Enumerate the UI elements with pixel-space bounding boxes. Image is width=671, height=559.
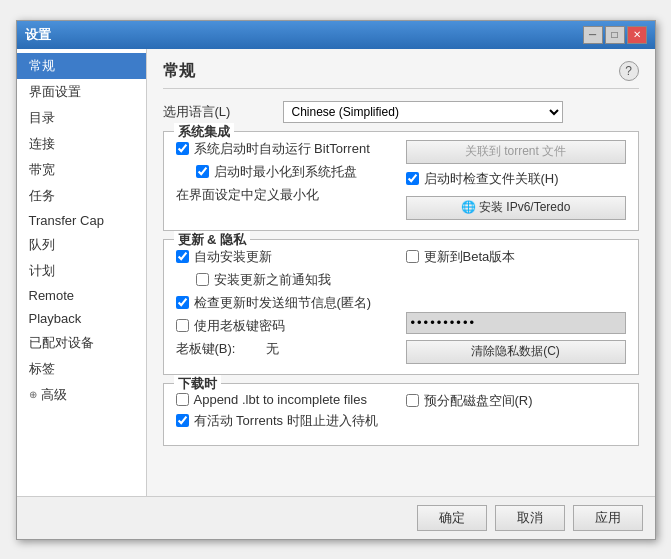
boss-key-value: 无 [266,340,279,358]
password-input[interactable] [406,312,626,334]
sidebar-item-connection[interactable]: 连接 [17,131,146,157]
send-detail-label: 检查更新时发送细节信息(匿名) [194,294,372,312]
sidebar-item-bandwidth[interactable]: 带宽 [17,157,146,183]
language-label: 选用语言(L) [163,103,283,121]
section-title: 常规 [163,61,195,82]
auto-update-checkbox[interactable] [176,250,189,263]
prevent-sleep-checkbox[interactable] [176,414,189,427]
sidebar-item-queue[interactable]: 队列 [17,232,146,258]
help-button[interactable]: ? [619,61,639,81]
file-assoc-row: 启动时检查文件关联(H) [406,170,626,188]
send-detail-row: 检查更新时发送细节信息(匿名) [176,294,396,312]
sidebar-item-schedule[interactable]: 计划 [17,258,146,284]
download-label: 下载时 [174,375,221,393]
download-right-col: 预分配磁盘空间(R) [406,392,626,435]
sidebar-item-advanced-label: 高级 [41,386,67,404]
minimize-define-label: 在界面设定中定义最小化 [176,186,396,204]
apply-button[interactable]: 应用 [573,505,643,531]
beta-label: 更新到Beta版本 [424,248,516,266]
expand-icon: ⊕ [29,389,37,400]
download-left-col: Append .lbt to incomplete files 有活动 Torr… [176,392,396,435]
settings-window: 设置 ─ □ ✕ 常规 界面设置 目录 连接 带宽 任务 Transfer Ca… [16,20,656,540]
auto-update-row: 自动安装更新 [176,248,396,266]
minimize-tray-label: 启动时最小化到系统托盘 [214,163,357,181]
download-group: 下载时 Append .lbt to incomplete files 有活动 … [163,383,639,446]
append-lbt-label: Append .lbt to incomplete files [194,392,367,407]
sidebar-item-advanced[interactable]: ⊕ 高级 [17,382,146,408]
update-privacy-label: 更新 & 隐私 [174,231,251,249]
minimize-tray-checkbox[interactable] [196,165,209,178]
system-integration-label: 系统集成 [174,123,234,141]
append-lbt-checkbox[interactable] [176,393,189,406]
sidebar-item-transfer-cap[interactable]: Transfer Cap [17,209,146,232]
sidebar: 常规 界面设置 目录 连接 带宽 任务 Transfer Cap 队列 计划 R… [17,49,147,496]
minimize-button[interactable]: ─ [583,26,603,44]
title-bar: 设置 ─ □ ✕ [17,21,655,49]
auto-start-row: 系统启动时自动运行 BitTorrent [176,140,396,158]
sidebar-item-general[interactable]: 常规 [17,53,146,79]
beta-checkbox[interactable] [406,250,419,263]
ipv6-button[interactable]: 🌐 安装 IPv6/Teredo [406,196,626,220]
maximize-button[interactable]: □ [605,26,625,44]
prealloc-checkbox[interactable] [406,394,419,407]
download-cols: Append .lbt to incomplete files 有活动 Torr… [176,392,626,435]
sidebar-item-remote[interactable]: Remote [17,284,146,307]
sidebar-item-labels[interactable]: 标签 [17,356,146,382]
minimize-tray-row: 启动时最小化到系统托盘 [196,163,396,181]
update-privacy-group: 更新 & 隐私 自动安装更新 安装更新之前通知我 [163,239,639,375]
sidebar-item-ui[interactable]: 界面设置 [17,79,146,105]
update-privacy-cols: 自动安装更新 安装更新之前通知我 检查更新时发送细节信息(匿名) 使用 [176,248,626,364]
language-select-wrapper: Chinese (Simplified) English Japanese Ko… [283,101,563,123]
send-detail-checkbox[interactable] [176,296,189,309]
prevent-sleep-label: 有活动 Torrents 时阻止进入待机 [194,412,378,430]
update-right-col: 更新到Beta版本 清除隐私数据(C) [406,248,626,364]
close-button[interactable]: ✕ [627,26,647,44]
sidebar-item-paired-devices[interactable]: 已配对设备 [17,330,146,356]
auto-start-label: 系统启动时自动运行 BitTorrent [194,140,370,158]
password-row [406,312,626,334]
notify-before-label: 安装更新之前通知我 [214,271,331,289]
beta-row: 更新到Beta版本 [406,248,626,266]
sys-right-col: 关联到 torrent 文件 启动时检查文件关联(H) 🌐 安装 IPv6/Te… [406,140,626,220]
system-integration-cols: 系统启动时自动运行 BitTorrent 启动时最小化到系统托盘 在界面设定中定… [176,140,626,220]
sys-left-col: 系统启动时自动运行 BitTorrent 启动时最小化到系统托盘 在界面设定中定… [176,140,396,220]
sidebar-item-directory[interactable]: 目录 [17,105,146,131]
auto-update-label: 自动安装更新 [194,248,272,266]
sidebar-item-tasks[interactable]: 任务 [17,183,146,209]
window-title: 设置 [25,26,51,44]
cancel-button[interactable]: 取消 [495,505,565,531]
keyboard-pwd-row: 使用老板键密码 [176,317,396,335]
title-bar-controls: ─ □ ✕ [583,26,647,44]
prealloc-row: 预分配磁盘空间(R) [406,392,626,410]
file-assoc-checkbox[interactable] [406,172,419,185]
clear-private-button[interactable]: 清除隐私数据(C) [406,340,626,364]
associate-torrent-button[interactable]: 关联到 torrent 文件 [406,140,626,164]
notify-before-row: 安装更新之前通知我 [196,271,396,289]
notify-before-checkbox[interactable] [196,273,209,286]
prevent-sleep-row: 有活动 Torrents 时阻止进入待机 [176,412,396,430]
auto-start-checkbox[interactable] [176,142,189,155]
prealloc-label: 预分配磁盘空间(R) [424,392,533,410]
language-row: 选用语言(L) Chinese (Simplified) English Jap… [163,101,639,123]
footer: 确定 取消 应用 [17,496,655,539]
sidebar-item-playback[interactable]: Playback [17,307,146,330]
main-content: 常规 ? 选用语言(L) Chinese (Simplified) Englis… [147,49,655,496]
language-select[interactable]: Chinese (Simplified) English Japanese Ko… [283,101,563,123]
window-body: 常规 界面设置 目录 连接 带宽 任务 Transfer Cap 队列 计划 R… [17,49,655,496]
boss-key-row: 老板键(B): 无 [176,340,396,358]
boss-key-label: 老板键(B): [176,340,266,358]
keyboard-pwd-checkbox[interactable] [176,319,189,332]
section-header: 常规 ? [163,61,639,89]
system-integration-group: 系统集成 系统启动时自动运行 BitTorrent 启动时最小化到系统托盘 在界… [163,131,639,231]
append-lbt-row: Append .lbt to incomplete files [176,392,396,407]
file-assoc-label: 启动时检查文件关联(H) [424,170,559,188]
keyboard-pwd-label: 使用老板键密码 [194,317,285,335]
update-left-col: 自动安装更新 安装更新之前通知我 检查更新时发送细节信息(匿名) 使用 [176,248,396,364]
confirm-button[interactable]: 确定 [417,505,487,531]
